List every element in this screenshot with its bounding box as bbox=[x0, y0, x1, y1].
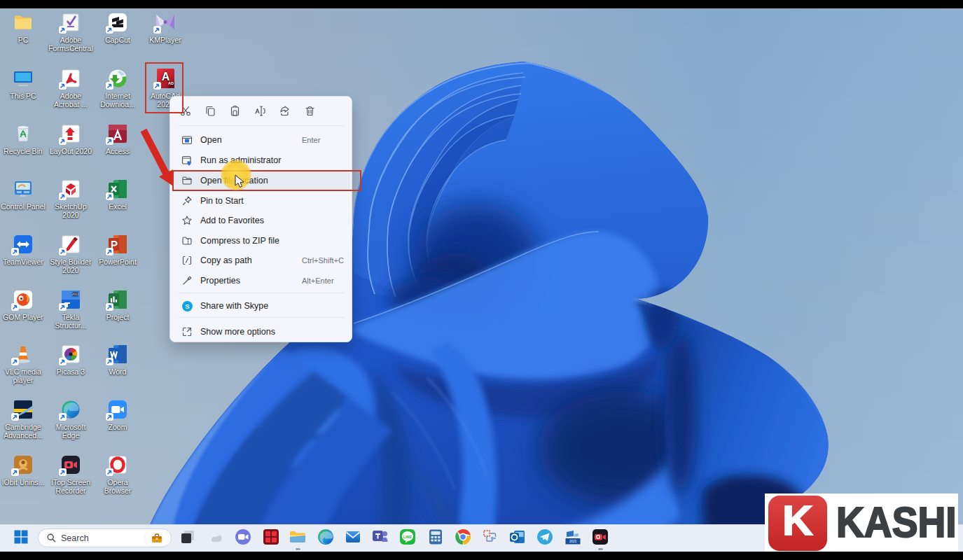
svg-text:2023: 2023 bbox=[569, 540, 577, 543]
svg-text:LINE: LINE bbox=[403, 535, 413, 539]
svg-text:S: S bbox=[185, 302, 189, 310]
svg-text:2021: 2021 bbox=[71, 293, 79, 296]
